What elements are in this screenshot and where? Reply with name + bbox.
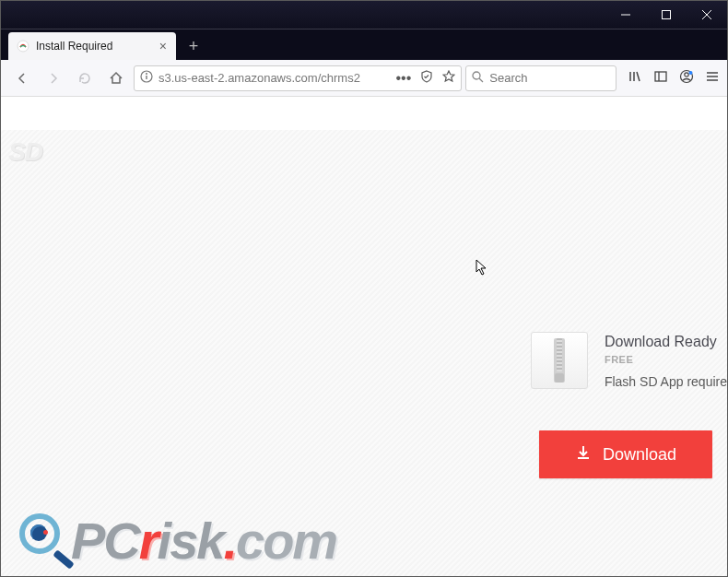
svg-point-17 xyxy=(689,71,693,75)
ad-free-badge: FREE xyxy=(605,354,727,365)
reader-shield-icon[interactable] xyxy=(420,70,433,87)
back-button[interactable] xyxy=(8,65,36,92)
svg-point-16 xyxy=(685,72,688,76)
tab-close-icon[interactable]: × xyxy=(158,39,169,53)
svg-rect-7 xyxy=(146,76,147,79)
site-info-icon[interactable] xyxy=(140,70,153,87)
new-tab-button[interactable]: + xyxy=(180,32,207,60)
forward-button[interactable] xyxy=(40,65,67,92)
search-input[interactable] xyxy=(489,71,610,85)
close-button[interactable] xyxy=(687,1,727,29)
svg-rect-13 xyxy=(655,72,666,81)
search-icon xyxy=(472,70,484,87)
url-bar[interactable]: s3.us-east-2.amazonaws.com/chrms2 ••• xyxy=(134,65,462,91)
tab-title: Install Required xyxy=(36,40,152,53)
page-content: SD Download Ready FREE Flash SD App requ… xyxy=(1,97,727,576)
svg-line-9 xyxy=(479,78,483,82)
ad-subtitle: Flash SD App require xyxy=(605,374,727,389)
toolbar: s3.us-east-2.amazonaws.com/chrms2 ••• xyxy=(1,60,727,97)
svg-rect-1 xyxy=(663,11,671,19)
ad-title: Download Ready xyxy=(605,334,727,350)
browser-window: Install Required × + s3.us-east-2.amazon… xyxy=(0,0,728,577)
browser-tab[interactable]: Install Required × xyxy=(8,32,176,60)
zip-file-icon xyxy=(531,332,588,389)
reload-button[interactable] xyxy=(71,65,99,92)
window-titlebar xyxy=(1,1,727,29)
menu-icon[interactable] xyxy=(705,69,720,88)
svg-point-8 xyxy=(473,72,480,79)
home-button[interactable] xyxy=(102,65,130,92)
minimize-button[interactable] xyxy=(605,1,646,29)
bookmark-star-icon[interactable] xyxy=(442,70,455,87)
tab-strip: Install Required × + xyxy=(1,29,727,60)
download-card: Download Ready FREE Flash SD App require xyxy=(531,332,727,389)
account-icon[interactable] xyxy=(679,69,694,88)
svg-line-12 xyxy=(637,72,640,81)
search-bar[interactable] xyxy=(465,65,616,91)
page-actions-icon[interactable]: ••• xyxy=(395,70,411,87)
url-text: s3.us-east-2.amazonaws.com/chrms2 xyxy=(159,71,390,85)
library-icon[interactable] xyxy=(628,69,642,88)
maximize-button[interactable] xyxy=(646,1,687,29)
svg-point-6 xyxy=(146,73,147,75)
download-button-label: Download xyxy=(603,445,676,465)
pcrisk-watermark: PCrisk.com xyxy=(18,511,336,571)
download-button[interactable]: Download xyxy=(539,430,712,478)
download-arrow-icon xyxy=(575,444,592,465)
sd-badge: SD xyxy=(8,137,42,167)
cursor-icon xyxy=(476,259,488,279)
magnifier-icon xyxy=(18,512,76,571)
sidebar-icon[interactable] xyxy=(653,69,668,88)
tab-favicon-icon xyxy=(16,39,30,53)
